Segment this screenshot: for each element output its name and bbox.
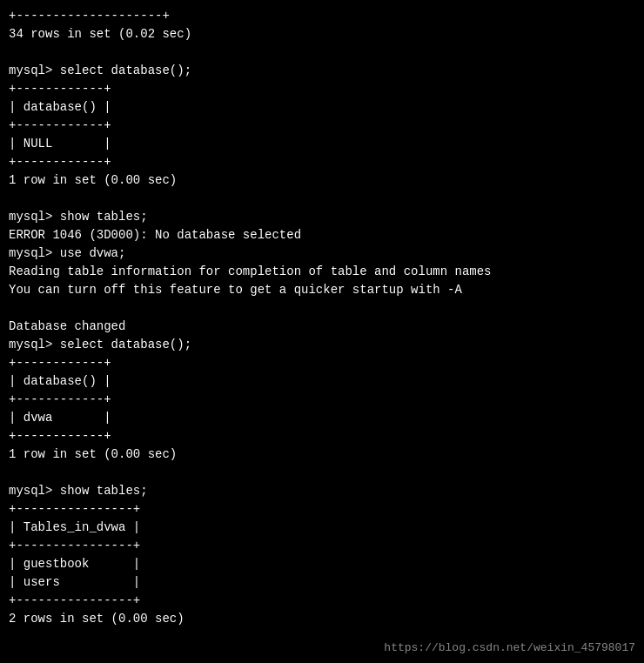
terminal-window: +--------------------+ 34 rows in set (0…: [0, 0, 644, 663]
terminal-output: +--------------------+ 34 rows in set (0…: [9, 7, 635, 628]
watermark: https://blog.csdn.net/weixin_45798017: [384, 641, 635, 654]
